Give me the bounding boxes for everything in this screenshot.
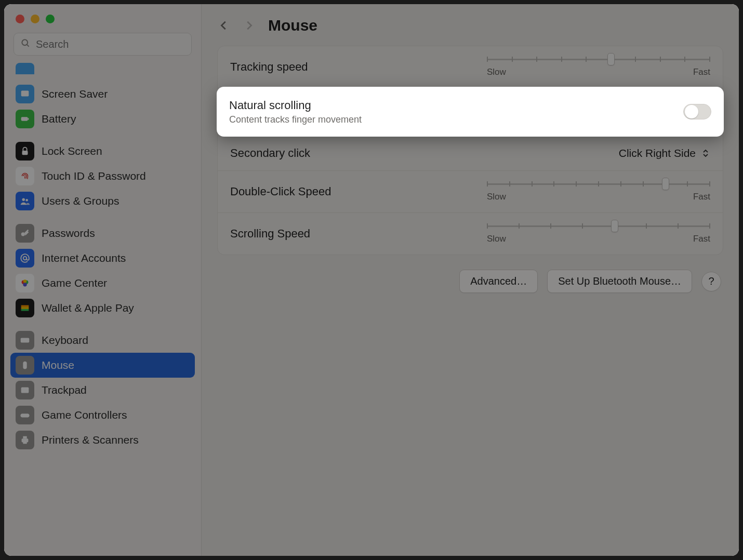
secondary-click-select[interactable]: Click Right Side	[619, 147, 710, 159]
svg-rect-17	[21, 338, 30, 342]
sidebar-item-game-center[interactable]: Game Center	[10, 271, 195, 296]
svg-rect-2	[21, 91, 29, 97]
window-controls	[4, 4, 201, 29]
keyboard-icon	[16, 331, 34, 350]
sidebar-item-keyboard[interactable]: Keyboard	[10, 328, 195, 353]
chevron-up-down-icon	[701, 148, 710, 159]
close-window-button[interactable]	[16, 15, 24, 23]
sidebar-item-game-controllers[interactable]: Game Controllers	[10, 403, 195, 428]
settings-panel: Tracking speed Slow Fast Natural scrolli…	[217, 46, 723, 255]
secondary-click-value: Click Right Side	[619, 147, 696, 159]
scrolling-speed-label: Scrolling Speed	[230, 227, 310, 241]
search-field[interactable]	[14, 33, 192, 56]
svg-rect-5	[22, 151, 28, 155]
sidebar-item-battery[interactable]: Battery	[10, 106, 195, 131]
double-click-speed-slider[interactable]	[487, 181, 710, 186]
sidebar-item-label: Passwords	[42, 227, 95, 239]
svg-point-9	[23, 257, 26, 260]
fast-label: Fast	[693, 234, 710, 244]
secondary-click-row: Secondary click Click Right Side	[218, 136, 723, 170]
help-button[interactable]: ?	[701, 272, 721, 291]
sidebar-item-label: Internet Accounts	[42, 252, 126, 264]
forward-button[interactable]	[243, 18, 255, 33]
svg-point-8	[21, 232, 25, 236]
natural-scrolling-toggle[interactable]	[683, 104, 711, 119]
sidebar: Screen SaverBatteryLock ScreenTouch ID &…	[4, 4, 202, 556]
wallet-icon	[16, 299, 34, 317]
slow-label: Slow	[487, 192, 506, 202]
svg-rect-15	[21, 307, 29, 309]
natural-scrolling-highlight: Natural scrolling Content tracks finger …	[217, 87, 724, 137]
sidebar-item-label: Game Controllers	[42, 409, 127, 421]
sidebar-item-internet-accounts[interactable]: Internet Accounts	[10, 246, 195, 271]
sidebar-item-label: Printers & Scanners	[42, 434, 139, 446]
tracking-speed-row: Tracking speed Slow Fast	[218, 46, 723, 88]
tracking-speed-slider[interactable]	[487, 57, 710, 62]
svg-line-1	[27, 45, 29, 47]
sidebar-item-label: Keyboard	[42, 334, 88, 346]
sidebar-item-printers-scanners[interactable]: Printers & Scanners	[10, 428, 195, 452]
svg-rect-22	[23, 442, 26, 444]
sidebar-item-label: Game Center	[42, 277, 107, 289]
sidebar-item-mouse[interactable]: Mouse	[10, 353, 195, 378]
svg-rect-4	[28, 118, 29, 120]
double-click-speed-label: Double-Click Speed	[230, 185, 331, 198]
svg-rect-16	[21, 309, 29, 311]
double-click-speed-row: Double-Click Speed Slow Fast	[218, 170, 723, 212]
scrolling-speed-slider[interactable]	[487, 223, 710, 229]
sidebar-item-passwords[interactable]: Passwords	[10, 221, 195, 246]
natural-scrolling-label: Natural scrolling	[229, 99, 362, 112]
fingerprint-icon	[16, 167, 34, 185]
sidebar-item-label: Mouse	[42, 359, 74, 371]
sidebar-item-label: Lock Screen	[42, 145, 102, 157]
search-icon	[20, 38, 31, 50]
battery-icon	[16, 110, 34, 128]
sidebar-nav: Screen SaverBatteryLock ScreenTouch ID &…	[4, 63, 201, 556]
sidebar-item-trackpad[interactable]: Trackpad	[10, 378, 195, 403]
svg-rect-18	[23, 362, 26, 369]
buttons-row: Advanced… Set Up Bluetooth Mouse… ?	[202, 255, 739, 308]
svg-point-13	[23, 279, 26, 283]
minimize-window-button[interactable]	[31, 15, 39, 23]
gamecenter-icon	[16, 274, 34, 292]
sidebar-item-label: Users & Groups	[42, 195, 119, 207]
sidebar-item-cutoff[interactable]	[10, 63, 195, 74]
tracking-speed-label: Tracking speed	[230, 60, 308, 74]
scrolling-speed-row: Scrolling Speed Slow Fast	[218, 212, 723, 255]
advanced-button[interactable]: Advanced…	[459, 270, 538, 293]
svg-rect-19	[21, 388, 29, 393]
sidebar-item-label: Trackpad	[42, 384, 87, 396]
sidebar-item-lock-screen[interactable]: Lock Screen	[10, 139, 195, 164]
svg-rect-21	[23, 436, 26, 439]
sidebar-item-users-groups[interactable]: Users & Groups	[10, 189, 195, 214]
zoom-window-button[interactable]	[46, 15, 55, 23]
svg-point-0	[22, 39, 28, 45]
sidebar-item-wallet-apple-pay[interactable]: Wallet & Apple Pay	[10, 296, 195, 321]
titlebar: Mouse	[202, 4, 739, 42]
sidebar-item-screen-saver[interactable]: Screen Saver	[10, 82, 195, 106]
lock-icon	[16, 142, 34, 161]
setup-bluetooth-mouse-button[interactable]: Set Up Bluetooth Mouse…	[547, 270, 692, 293]
natural-scrolling-sub: Content tracks finger movement	[229, 114, 362, 125]
sidebar-item-label: Wallet & Apple Pay	[42, 302, 134, 314]
at-icon	[16, 249, 34, 268]
svg-point-12	[23, 283, 26, 286]
back-button[interactable]	[218, 18, 230, 33]
slow-label: Slow	[487, 67, 506, 77]
svg-rect-3	[21, 117, 28, 121]
fast-label: Fast	[693, 67, 710, 77]
slow-label: Slow	[487, 234, 506, 244]
sidebar-item-label: Touch ID & Password	[42, 170, 146, 182]
svg-point-7	[25, 199, 28, 202]
page-title: Mouse	[268, 17, 317, 34]
secondary-click-label: Secondary click	[230, 146, 310, 160]
svg-rect-14	[21, 305, 29, 308]
screensaver-icon	[16, 85, 34, 103]
sidebar-item-touch-id-password[interactable]: Touch ID & Password	[10, 164, 195, 189]
key-icon	[16, 224, 34, 243]
search-input[interactable]	[36, 38, 185, 50]
svg-point-6	[22, 198, 25, 202]
controller-icon	[16, 406, 34, 424]
fast-label: Fast	[693, 192, 710, 202]
mouse-icon	[16, 356, 34, 375]
